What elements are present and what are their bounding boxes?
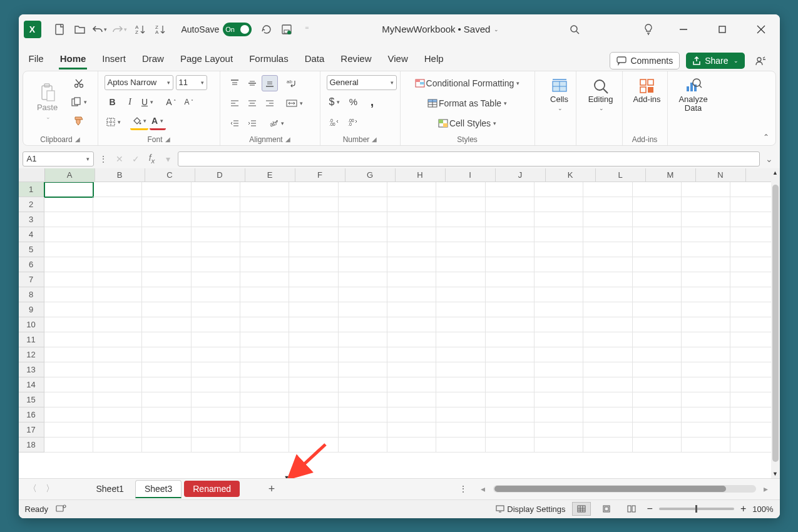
row-header[interactable]: 8	[19, 287, 44, 302]
cell[interactable]	[93, 362, 142, 377]
cell[interactable]	[93, 347, 142, 362]
cell[interactable]	[142, 347, 191, 362]
tab-help[interactable]: Help	[423, 49, 445, 69]
cell[interactable]	[682, 212, 730, 227]
cell[interactable]	[192, 272, 240, 287]
cell[interactable]	[339, 182, 387, 197]
cell[interactable]	[535, 197, 583, 212]
row-header[interactable]: 16	[19, 407, 44, 422]
cell[interactable]	[289, 347, 338, 362]
name-box[interactable]: A1▾	[23, 151, 94, 166]
cell[interactable]	[583, 437, 632, 453]
bold-button[interactable]: B	[105, 94, 121, 110]
cell[interactable]	[192, 422, 240, 437]
cell[interactable]	[44, 242, 93, 257]
cell[interactable]	[387, 227, 436, 242]
cell[interactable]	[486, 377, 535, 392]
accounting-format-button[interactable]: $▾	[327, 94, 343, 110]
cell[interactable]	[142, 422, 191, 437]
minimize-button[interactable]	[670, 19, 697, 39]
cell[interactable]	[486, 287, 535, 302]
tab-page-layout[interactable]: Page Layout	[179, 49, 234, 69]
cell[interactable]	[289, 362, 338, 377]
cell[interactable]	[93, 212, 142, 227]
collapse-ribbon-button[interactable]: ⌃	[763, 133, 769, 141]
cell[interactable]	[535, 317, 583, 332]
cell[interactable]	[583, 407, 632, 422]
cell[interactable]	[633, 272, 682, 287]
cell[interactable]	[289, 287, 338, 302]
close-button[interactable]	[747, 19, 775, 39]
cell[interactable]	[240, 302, 289, 317]
cell[interactable]	[486, 392, 535, 407]
column-header[interactable]: D	[195, 168, 245, 182]
cell[interactable]	[682, 197, 730, 212]
cell[interactable]	[436, 197, 485, 212]
cell[interactable]	[240, 377, 289, 392]
enter-formula-icon[interactable]: ✓	[129, 152, 143, 166]
cell[interactable]	[93, 332, 142, 347]
cell[interactable]	[633, 377, 682, 392]
share-button[interactable]: Share ⌄	[686, 53, 744, 69]
cell[interactable]	[44, 182, 93, 197]
cell[interactable]	[44, 392, 93, 407]
column-header[interactable]: B	[95, 168, 145, 182]
cell[interactable]	[240, 317, 289, 332]
format-painter-button[interactable]	[69, 113, 89, 129]
new-file-icon[interactable]	[51, 21, 69, 38]
cell[interactable]	[142, 242, 191, 257]
cell[interactable]	[93, 197, 142, 212]
cell[interactable]	[633, 212, 682, 227]
cell[interactable]	[44, 212, 93, 227]
cell[interactable]	[240, 212, 289, 227]
cell[interactable]	[93, 242, 142, 257]
cell[interactable]	[93, 392, 142, 407]
cell[interactable]	[192, 347, 240, 362]
column-header[interactable]: I	[446, 168, 496, 182]
cell[interactable]	[682, 302, 730, 317]
fill-color-button[interactable]: ▾	[130, 114, 148, 130]
cell[interactable]	[583, 377, 632, 392]
cell[interactable]	[93, 272, 142, 287]
cell[interactable]	[44, 362, 93, 377]
hscroll-left-icon[interactable]: ◂	[476, 481, 491, 496]
cell[interactable]	[682, 437, 730, 453]
align-right-button[interactable]	[262, 95, 278, 111]
cell[interactable]	[633, 257, 682, 272]
row-header[interactable]: 4	[19, 227, 44, 242]
cell[interactable]	[535, 302, 583, 317]
search-icon[interactable]	[566, 21, 583, 38]
column-header[interactable]: F	[295, 168, 345, 182]
cell[interactable]	[93, 182, 142, 197]
copy-button[interactable]: ▾	[69, 94, 89, 110]
cell[interactable]	[339, 227, 387, 242]
page-break-view-button[interactable]	[622, 502, 641, 516]
cell[interactable]	[192, 407, 240, 422]
cell[interactable]	[682, 332, 730, 347]
cell[interactable]	[436, 257, 485, 272]
cells-button[interactable]: Cells⌄	[541, 75, 578, 114]
cell[interactable]	[535, 437, 583, 453]
cell[interactable]	[583, 242, 632, 257]
cell[interactable]	[142, 317, 191, 332]
cell[interactable]	[339, 257, 387, 272]
lightbulb-icon[interactable]	[640, 21, 657, 38]
row-header[interactable]: 11	[19, 332, 44, 347]
cell[interactable]	[486, 347, 535, 362]
cell[interactable]	[240, 287, 289, 302]
sheet-nav-next[interactable]: 〉	[43, 481, 58, 496]
cell[interactable]	[44, 437, 93, 453]
cell[interactable]	[240, 332, 289, 347]
cell[interactable]	[633, 407, 682, 422]
column-header[interactable]: G	[345, 168, 396, 182]
horizontal-scrollbar[interactable]	[493, 485, 756, 493]
cell[interactable]	[289, 377, 338, 392]
row-header[interactable]: 3	[19, 212, 44, 227]
tab-insert[interactable]: Insert	[101, 49, 127, 69]
column-header[interactable]: H	[396, 168, 446, 182]
cell[interactable]	[633, 302, 682, 317]
cell[interactable]	[339, 407, 387, 422]
cell[interactable]	[339, 347, 387, 362]
cell[interactable]	[240, 362, 289, 377]
cell[interactable]	[339, 362, 387, 377]
